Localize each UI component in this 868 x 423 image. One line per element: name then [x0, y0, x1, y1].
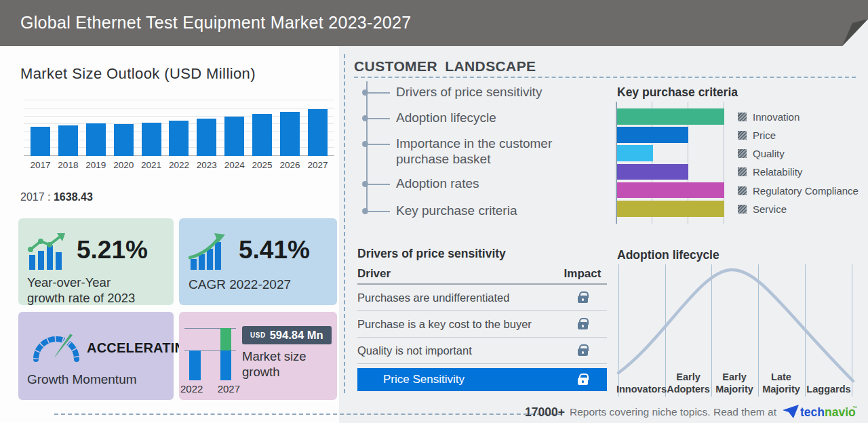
legend-swatch-icon: [738, 149, 747, 158]
driver-label: Purchase is a key cost to the buyer: [357, 318, 532, 331]
footer-dashed-line: [54, 414, 561, 415]
legend-item: Quality: [738, 148, 785, 159]
heading-dashed-underline: [354, 77, 856, 78]
year-label: 2020: [111, 160, 136, 170]
adoption-lifecycle-title: Adoption lifecycle: [617, 248, 719, 262]
cagr-card: 5.41% CAGR 2022-2027: [179, 218, 337, 305]
connector-line: [368, 211, 390, 212]
year-label: 2021: [139, 160, 164, 170]
driver-label: Quality is not important: [357, 344, 472, 357]
market-size-bar: [224, 117, 244, 156]
landscape-item: Adoption lifecycle: [362, 110, 579, 125]
connector-line: [368, 144, 390, 145]
impact-column-header: Impact: [558, 267, 607, 281]
year-label: 2022: [166, 160, 191, 170]
landscape-item: Key purchase criteria: [362, 203, 579, 218]
bullet-dot: [362, 115, 368, 121]
connector-line: [368, 118, 390, 119]
year-label: 2018: [56, 160, 81, 170]
legend-label: Price: [753, 129, 776, 141]
svg-text:technavio: technavio: [800, 405, 856, 419]
report-count: 17000+: [525, 405, 565, 420]
customer-landscape-heading: CUSTOMER LANDSCAPE: [354, 58, 536, 75]
landscape-item-label: Drivers of price sensitivity: [396, 84, 579, 100]
growth-amount: 594.84 Mn: [270, 329, 323, 342]
svg-text:™: ™: [852, 405, 857, 410]
market-size-bar: [31, 127, 50, 156]
cagr-value: 5.41%: [239, 236, 310, 264]
kpc-bar-relatability: [617, 164, 688, 180]
bullet-dot: [362, 141, 368, 147]
separator: :: [47, 191, 54, 203]
base-year-label: 2017: [20, 191, 45, 203]
legend-swatch-icon: [738, 186, 747, 195]
growth-label: Market size growth: [242, 348, 307, 380]
driver-label: Purchases are undifferentiated: [357, 291, 509, 304]
growth-mini-chart: [184, 324, 236, 381]
landscape-item: Drivers of price sensitivity: [362, 84, 579, 100]
connector-line: [368, 92, 390, 94]
technavio-logo[interactable]: technavio ™: [781, 403, 857, 421]
growth-curve-icon: [189, 232, 233, 271]
legend-item: Price: [738, 129, 776, 141]
landscape-item-label: Key purchase criteria: [396, 203, 579, 218]
lock-icon: [578, 322, 588, 329]
kpc-bar-quality: [617, 145, 653, 161]
legend-label: Regulatory Compliance: [753, 185, 859, 197]
year-label: 2027: [305, 160, 330, 170]
page-curl-decoration: [827, 0, 868, 46]
yoy-label: Year-over-Year growth rate of 2023: [27, 275, 135, 306]
market-size-bar: [252, 114, 272, 156]
legend-item: Innovation: [738, 111, 800, 123]
kpc-bar-price: [617, 127, 688, 143]
vertical-dashed-separator: [344, 54, 345, 393]
year-label: 2026: [277, 160, 302, 170]
landscape-item: Importance in the customer purchase bask…: [362, 136, 579, 167]
footer: 17000+ Reports covering niche topics. Re…: [525, 403, 857, 421]
currency-label: USD: [250, 331, 266, 339]
speedometer-icon: [31, 327, 82, 365]
kpc-bar-innovation: [617, 108, 724, 125]
market-size-bar: [86, 123, 106, 156]
market-size-bar: [114, 124, 134, 156]
bullet-dot: [362, 181, 368, 187]
drivers-table-title: Drivers of price sensitivity: [357, 247, 506, 261]
kpc-bar-service: [617, 201, 724, 217]
driver-row: Quality is not important: [357, 338, 607, 364]
landscape-item-label: Importance in the customer purchase bask…: [396, 136, 579, 167]
legend-label: Relatability: [753, 166, 802, 178]
mini-bar-2027-growth: [220, 328, 231, 350]
base-year-value: 2017 : 1638.43: [20, 191, 93, 203]
year-label: 2025: [250, 160, 275, 170]
kpc-bar-regulatory-compliance: [617, 182, 724, 199]
table-header-row: Driver Impact: [357, 267, 607, 285]
legend-swatch-icon: [738, 205, 747, 214]
legend-item: Regulatory Compliance: [738, 185, 859, 197]
landscape-item-label: Adoption rates: [396, 176, 579, 191]
driver-row: Purchases are undifferentiated: [357, 285, 607, 311]
base-value: 1638.43: [54, 191, 93, 203]
market-size-title: Market Size Outlook (USD Million): [20, 65, 256, 83]
driver-row: Purchase is a key cost to the buyer: [357, 311, 607, 338]
market-size-bar: [169, 121, 189, 156]
bar-trend-up-icon: [27, 232, 72, 271]
year-label: 2019: [83, 160, 108, 170]
growth-momentum-card: ACCELERATING Growth Momentum: [18, 312, 174, 400]
legend-swatch-icon: [738, 113, 747, 121]
growth-amount-badge: USD 594.84 Mn: [242, 326, 332, 344]
title-banner: Global Ethernet Test Equipment Market 20…: [0, 0, 868, 46]
year-label: 2017: [28, 160, 53, 170]
footer-note: Reports covering niche topics. Read them…: [570, 406, 776, 418]
landscape-item: Adoption rates: [362, 176, 579, 191]
bullet-dot: [362, 89, 368, 96]
lifecycle-stage-label: Laggards: [800, 384, 857, 396]
adoption-bell-curve: [614, 263, 858, 385]
market-size-bar: [58, 125, 78, 156]
year-label: 2023: [194, 160, 219, 170]
yoy-growth-card: 5.21% Year-over-Year growth rate of 2023: [18, 218, 174, 305]
lock-icon: [578, 378, 588, 385]
legend-item: Service: [738, 203, 787, 215]
year-label: 2024: [222, 160, 247, 170]
landscape-item-label: Adoption lifecycle: [396, 110, 579, 125]
page-title: Global Ethernet Test Equipment Market 20…: [20, 0, 411, 45]
